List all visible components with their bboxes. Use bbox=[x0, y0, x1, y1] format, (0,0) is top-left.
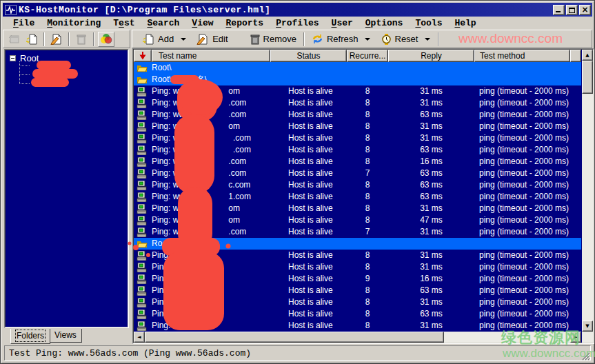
table-row-folder[interactable]: Root\国际域名\ bbox=[134, 74, 581, 85]
tree-collapse-icon[interactable] bbox=[10, 55, 16, 61]
tab-folders[interactable]: Folders bbox=[10, 329, 50, 344]
recur-cell: 7 bbox=[347, 226, 388, 238]
method-cell: ping (timeout - 2000 ms) bbox=[474, 121, 570, 132]
table-row-ping[interactable]: Ping: 2Host is alive916 msping (timeout … bbox=[134, 273, 581, 285]
reply-cell: 63 ms bbox=[388, 168, 474, 179]
table-row-ping[interactable]: Ping: Host is alive831 msping (timeout -… bbox=[134, 261, 581, 273]
folder-tree[interactable]: Root bbox=[5, 50, 128, 327]
menu-item-profiles[interactable]: Profiles bbox=[270, 17, 325, 30]
menu-item-file[interactable]: File bbox=[7, 17, 41, 30]
table-row-ping[interactable]: Ping: www..comHost is alive763 msping (t… bbox=[134, 168, 581, 179]
status-cell: Host is alive bbox=[270, 320, 347, 332]
test-name-visible-prefix: Ping: www. bbox=[152, 180, 192, 190]
scrollbar-corner bbox=[582, 332, 593, 343]
table-row-ping[interactable]: Ping: www..comHost is alive863 msping (t… bbox=[134, 109, 581, 121]
column-header-status[interactable]: Status bbox=[270, 50, 347, 62]
scroll-up-button[interactable]: ▲ bbox=[582, 50, 593, 61]
recur-cell: 8 bbox=[347, 156, 388, 168]
new-test-icon-button[interactable] bbox=[23, 32, 40, 47]
method-cell: ping (timeout - 2000 ms) bbox=[474, 250, 570, 261]
vertical-scrollbar[interactable]: ▲ ▼ bbox=[582, 50, 593, 332]
minimize-button[interactable] bbox=[553, 5, 565, 15]
recur-cell: 8 bbox=[347, 97, 388, 109]
table-row-ping[interactable]: Ping: www.omHost is alive831 msping (tim… bbox=[134, 203, 581, 214]
reset-button[interactable]: Reset bbox=[376, 31, 423, 48]
host-icon bbox=[134, 97, 152, 109]
test-name-visible-prefix: Ping: www. bbox=[152, 156, 192, 166]
host-icon bbox=[134, 168, 152, 179]
tree-item-covered[interactable] bbox=[19, 79, 102, 88]
add-dropdown-button[interactable] bbox=[179, 31, 188, 48]
column-header-test-method[interactable]: Test method bbox=[474, 50, 570, 62]
host-icon bbox=[134, 320, 152, 332]
test-name-visible-prefix: Ping: 2 bbox=[152, 274, 177, 283]
horizontal-scroll-thumb[interactable] bbox=[145, 332, 444, 343]
vertical-scroll-thumb[interactable] bbox=[582, 61, 593, 94]
table-row-ping[interactable]: Ping: www.omHost is alive847 msping (tim… bbox=[134, 214, 581, 226]
menu-item-options[interactable]: Options bbox=[359, 17, 410, 30]
table-row-ping[interactable]: Ping: 2Host is alive831 msping (timeout … bbox=[134, 250, 581, 261]
menu-item-test[interactable]: Test bbox=[107, 17, 141, 30]
scroll-down-button[interactable]: ▼ bbox=[582, 321, 593, 332]
test-name-visible-prefix: Ping: www. bbox=[152, 110, 192, 119]
colors-icon-button[interactable] bbox=[98, 32, 114, 47]
table-row-ping[interactable]: Ping: www..comHost is alive831 msping (t… bbox=[134, 97, 581, 109]
add-icon bbox=[143, 34, 154, 45]
sort-column-header[interactable] bbox=[134, 50, 152, 62]
dropdown-arrow-icon bbox=[181, 38, 186, 41]
table-row-ping[interactable]: Ping: www..comHost is alive816 msping (t… bbox=[134, 156, 581, 168]
table-row-ping[interactable]: Ping: www.c.comHost is alive863 msping (… bbox=[134, 179, 581, 191]
method-cell: ping (timeout - 2000 ms) bbox=[474, 191, 570, 203]
table-row-ping[interactable]: Ping: www.omHost is alive831 msping (tim… bbox=[134, 85, 581, 97]
menu-item-view[interactable]: View bbox=[185, 17, 219, 30]
test-name-visible-prefix: Ping: www.5 bbox=[152, 133, 197, 143]
menu-item-monitoring[interactable]: Monitoring bbox=[41, 17, 107, 30]
table-row-ping[interactable]: Ping: 6Host is alive863 msping (timeout … bbox=[134, 308, 581, 320]
table-row-ping[interactable]: Ping: www.9.comHost is alive863 msping (… bbox=[134, 144, 581, 156]
menu-item-tools[interactable]: Tools bbox=[409, 17, 448, 30]
test-name-visible-suffix: .com bbox=[233, 145, 251, 154]
menu-item-reports[interactable]: Reports bbox=[220, 17, 270, 30]
maximize-button[interactable] bbox=[566, 5, 578, 15]
table-row-ping[interactable]: Ping: 2Host is alive831 msping (timeout … bbox=[134, 296, 581, 308]
method-cell: ping (timeout - 2000 ms) bbox=[474, 168, 570, 179]
table-row-ping[interactable]: Ping: www.5.comHost is alive831 msping (… bbox=[134, 132, 581, 144]
method-cell: ping (timeout - 2000 ms) bbox=[474, 273, 570, 285]
menu-item-search[interactable]: Search bbox=[141, 17, 185, 30]
column-header-reply[interactable]: Reply bbox=[388, 50, 474, 62]
column-header-test-name[interactable]: Test name bbox=[152, 50, 270, 62]
status-cell: Host is alive bbox=[270, 285, 347, 296]
refresh-button[interactable]: Refresh bbox=[307, 31, 363, 48]
table-row-ping[interactable]: Ping: 2Host is alive863 msping (timeout … bbox=[134, 285, 581, 296]
add-button[interactable]: Add bbox=[138, 31, 179, 48]
status-cell: Host is alive bbox=[270, 97, 347, 109]
column-header-recurrences[interactable]: Recurre... bbox=[347, 50, 388, 62]
edit-test-icon-button[interactable] bbox=[48, 32, 65, 47]
table-row-ping[interactable]: Ping: www..comHost is alive731 msping (t… bbox=[134, 226, 581, 238]
reply-cell: 47 ms bbox=[388, 214, 474, 226]
table-row-ping[interactable]: Ping: www.1.comHost is alive863 msping (… bbox=[134, 191, 581, 203]
tab-views[interactable]: Views bbox=[49, 329, 82, 343]
remove-button[interactable]: Remove bbox=[245, 31, 301, 48]
scroll-left-button[interactable]: ◄ bbox=[134, 332, 145, 343]
close-button[interactable]: × bbox=[579, 5, 591, 15]
reset-dropdown-button[interactable] bbox=[423, 31, 432, 48]
minimize-icon bbox=[556, 11, 561, 12]
refresh-dropdown-button[interactable] bbox=[363, 31, 372, 48]
host-icon bbox=[134, 179, 152, 191]
menu-item-help[interactable]: Help bbox=[448, 17, 482, 30]
table-row-folder[interactable]: Root\ bbox=[134, 238, 581, 250]
title-bar[interactable]: KS-HostMonitor [D:\Program Files\server.… bbox=[3, 3, 592, 17]
tree-item-covered[interactable] bbox=[19, 61, 102, 70]
edit-button[interactable]: Edit bbox=[192, 31, 232, 48]
test-name-cell: Ping: bbox=[152, 261, 270, 273]
folder-icon bbox=[134, 238, 152, 250]
toolbar-separator bbox=[438, 32, 439, 46]
test-name-visible-prefix: Ping: www. bbox=[152, 215, 192, 225]
menu-item-user[interactable]: User bbox=[325, 17, 359, 30]
recur-cell: 8 bbox=[347, 85, 388, 97]
table-row-ping[interactable]: Ping: www.omHost is alive831 msping (tim… bbox=[134, 121, 581, 132]
test-name-cell: Ping: www..com bbox=[152, 168, 270, 179]
tree-item-covered[interactable] bbox=[19, 70, 102, 79]
table-row-folder[interactable]: Root\ bbox=[134, 62, 581, 74]
